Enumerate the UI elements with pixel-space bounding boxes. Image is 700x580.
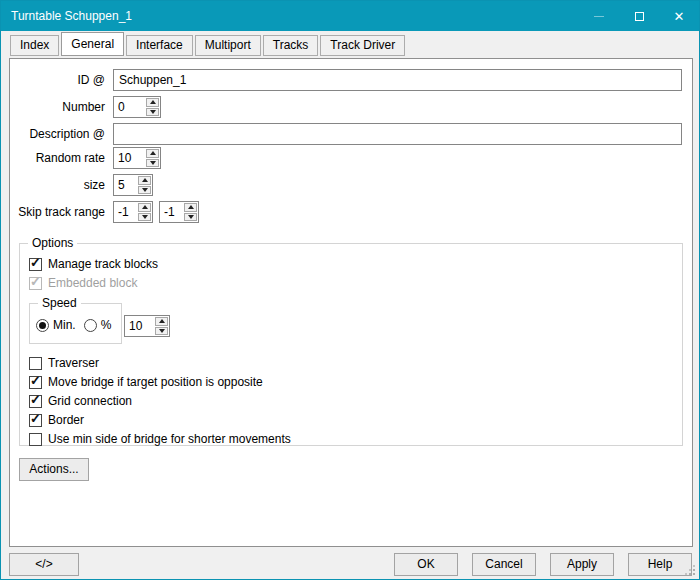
border-label: Border <box>48 413 84 427</box>
down-arrow-icon <box>150 161 156 165</box>
size-spinner[interactable]: 5 <box>113 174 153 196</box>
spin-up-button[interactable] <box>138 203 151 212</box>
number-spinner[interactable]: 0 <box>113 96 161 118</box>
number-spinner-value: 0 <box>114 97 145 117</box>
up-arrow-icon <box>150 100 156 104</box>
up-arrow-icon <box>188 205 194 209</box>
speed-spinner[interactable]: 10 <box>124 315 170 337</box>
speed-radio-group: Min. % <box>36 317 111 333</box>
help-button[interactable]: Help <box>628 553 692 576</box>
grid-connection-label: Grid connection <box>48 394 132 408</box>
spin-up-button[interactable] <box>146 98 159 107</box>
options-groupbox-title: Options <box>28 236 77 251</box>
grid-connection-checkbox-row[interactable]: ✓ Grid connection <box>29 393 132 409</box>
move-bridge-label: Move bridge if target position is opposi… <box>48 375 263 389</box>
checkbox-icon[interactable]: ✓ <box>29 376 42 389</box>
ok-button[interactable]: OK <box>394 553 458 576</box>
checkmark-icon: ✓ <box>30 255 41 270</box>
close-button[interactable]: ✕ <box>659 1 699 31</box>
close-icon: ✕ <box>674 10 685 23</box>
random-rate-spinner-value: 10 <box>114 148 145 168</box>
id-input[interactable] <box>113 69 682 91</box>
checkmark-icon: ✓ <box>30 373 41 388</box>
skip-track-from-spinner[interactable]: -1 <box>113 201 153 223</box>
xml-code-button[interactable]: </> <box>9 553 79 576</box>
window-controls: ✕ <box>579 1 699 31</box>
tab-tracks[interactable]: Tracks <box>263 35 319 56</box>
tab-interface[interactable]: Interface <box>126 35 193 56</box>
minimize-icon <box>594 16 604 17</box>
speed-min-radio[interactable] <box>36 319 49 332</box>
border-checkbox-row[interactable]: ✓ Border <box>29 412 84 428</box>
manage-track-blocks-label: Manage track blocks <box>48 257 158 271</box>
spin-down-button[interactable] <box>146 108 159 117</box>
checkbox-icon[interactable] <box>29 357 42 370</box>
checkbox-icon[interactable] <box>29 433 42 446</box>
cancel-button[interactable]: Cancel <box>472 553 536 576</box>
checkbox-icon[interactable]: ✓ <box>29 395 42 408</box>
tab-index[interactable]: Index <box>10 35 59 56</box>
speed-percent-radio[interactable] <box>84 319 97 332</box>
number-label: Number <box>10 96 105 118</box>
skip-track-from-value: -1 <box>114 202 137 222</box>
minimize-button <box>579 1 619 31</box>
random-rate-label: Random rate <box>10 147 105 169</box>
traverser-checkbox-row[interactable]: Traverser <box>29 355 99 371</box>
spin-down-button[interactable] <box>138 186 151 195</box>
manage-track-blocks-checkbox-row[interactable]: ✓ Manage track blocks <box>29 256 158 272</box>
maximize-button[interactable] <box>619 1 659 31</box>
checkbox-icon: ✓ <box>29 277 42 290</box>
embedded-block-label: Embedded block <box>48 276 137 290</box>
down-arrow-icon <box>188 215 194 219</box>
resize-grip[interactable] <box>685 565 695 575</box>
tab-general[interactable]: General <box>61 32 124 56</box>
titlebar[interactable]: Turntable Schuppen_1 ✕ <box>1 1 699 31</box>
speed-spinner-buttons <box>154 316 169 336</box>
spin-down-button[interactable] <box>138 213 151 222</box>
spin-down-button[interactable] <box>155 327 168 336</box>
traverser-label: Traverser <box>48 356 99 370</box>
size-label: size <box>10 174 105 196</box>
down-arrow-icon <box>142 188 148 192</box>
actions-button[interactable]: Actions... <box>19 458 89 481</box>
checkbox-icon[interactable]: ✓ <box>29 414 42 427</box>
id-label: ID @ <box>10 69 105 91</box>
embedded-block-checkbox-row: ✓ Embedded block <box>29 275 137 291</box>
description-label: Description @ <box>10 123 105 145</box>
checkmark-icon: ✓ <box>30 274 41 289</box>
speed-groupbox-title: Speed <box>38 296 81 311</box>
random-rate-spinner[interactable]: 10 <box>113 147 161 169</box>
checkbox-icon[interactable]: ✓ <box>29 258 42 271</box>
up-arrow-icon <box>159 319 165 323</box>
description-input[interactable] <box>113 123 682 145</box>
window-title: Turntable Schuppen_1 <box>1 9 132 23</box>
number-spinner-buttons <box>145 97 160 117</box>
up-arrow-icon <box>142 205 148 209</box>
up-arrow-icon <box>150 151 156 155</box>
apply-button[interactable]: Apply <box>550 553 614 576</box>
spin-down-button[interactable] <box>146 159 159 168</box>
use-min-side-checkbox-row[interactable]: Use min side of bridge for shorter movem… <box>29 431 291 447</box>
tab-bar: Index General Interface Multiport Tracks… <box>10 32 407 56</box>
skip-track-to-spinner[interactable]: -1 <box>159 201 199 223</box>
down-arrow-icon <box>159 329 165 333</box>
tab-multiport[interactable]: Multiport <box>195 35 261 56</box>
checkmark-icon: ✓ <box>30 392 41 407</box>
move-bridge-checkbox-row[interactable]: ✓ Move bridge if target position is oppo… <box>29 374 263 390</box>
spin-up-button[interactable] <box>184 203 197 212</box>
skip-track-from-buttons <box>137 202 152 222</box>
down-arrow-icon <box>142 215 148 219</box>
speed-min-label: Min. <box>53 318 76 332</box>
skip-track-range-label: Skip track range <box>10 201 105 223</box>
random-rate-spinner-buttons <box>145 148 160 168</box>
maximize-icon <box>635 12 644 21</box>
options-groupbox: Options <box>19 243 683 446</box>
skip-track-to-value: -1 <box>160 202 183 222</box>
speed-percent-label: % <box>101 318 112 332</box>
tab-track-driver[interactable]: Track Driver <box>320 35 405 56</box>
spin-down-button[interactable] <box>184 213 197 222</box>
checkmark-icon: ✓ <box>30 411 41 426</box>
spin-up-button[interactable] <box>138 176 151 185</box>
spin-up-button[interactable] <box>155 317 168 326</box>
spin-up-button[interactable] <box>146 149 159 158</box>
